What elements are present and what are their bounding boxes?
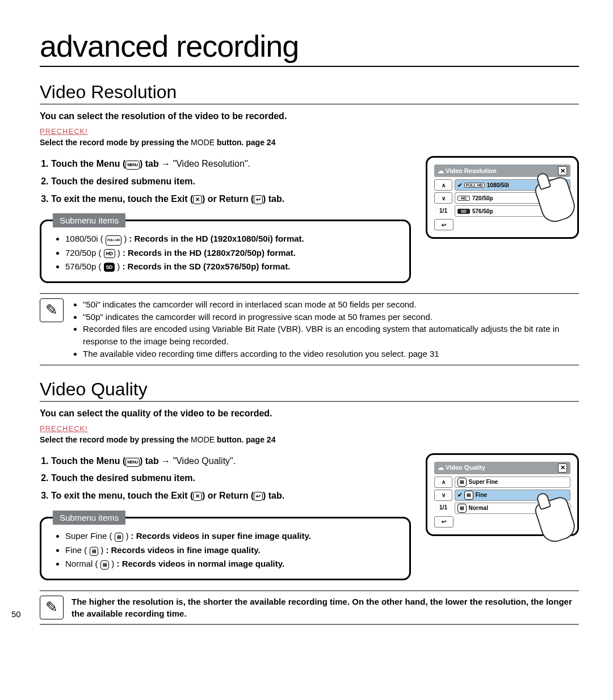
step-item: To exit the menu, touch the Exit () or R… <box>51 488 411 504</box>
quality-icon <box>464 491 473 500</box>
quality-icon <box>115 533 124 542</box>
step-item: Touch the desired submenu item. <box>51 174 411 190</box>
pager-label: 1/1 <box>434 503 452 513</box>
screen-header: ☁ Video Resolution ✕ <box>434 165 570 177</box>
page-title: advanced recording <box>40 28 579 67</box>
quality-icon <box>90 547 99 556</box>
check-icon: ✔ <box>457 182 462 188</box>
scroll-up-button[interactable]: ∧ <box>434 179 452 191</box>
steps-list: Touch the Menu (MENU) tab → "Video Resol… <box>40 156 411 207</box>
sd-icon <box>104 263 115 272</box>
screen-header: ☁ Video Quality ✕ <box>434 462 570 474</box>
screen-mock-video-resolution: ☁ Video Resolution ✕ ∧ ∨ 1/1 ✔ FULL HD 1… <box>426 156 579 239</box>
close-icon[interactable]: ✕ <box>558 463 567 473</box>
return-button[interactable]: ↩ <box>434 219 454 230</box>
precheck-label: PRECHECK! <box>40 127 579 136</box>
menu-icon: MENU <box>125 161 140 170</box>
note-item: Recorded files are encoded using Variabl… <box>83 323 579 348</box>
list-item[interactable]: Super Fine <box>455 476 570 488</box>
return-button[interactable]: ↩ <box>434 516 454 528</box>
pager-label: 1/1 <box>434 205 452 216</box>
quality-icon <box>457 478 467 487</box>
steps-list: Touch the Menu (MENU) tab → "Video Quali… <box>40 453 411 504</box>
menu-icon: MENU <box>125 458 140 467</box>
pencil-note-icon: ✎ <box>40 298 64 322</box>
submenu-label: Submenu items <box>53 511 125 525</box>
scroll-down-button[interactable]: ∨ <box>434 192 452 204</box>
page-number: 50 <box>11 609 21 619</box>
check-icon: ✔ <box>457 492 462 498</box>
precheck-label: PRECHECK! <box>40 424 579 433</box>
step-item: Touch the Menu (MENU) tab → "Video Quali… <box>51 453 411 470</box>
touch-hand-icon <box>533 495 578 545</box>
return-icon <box>254 195 263 204</box>
note-text: The higher the resolution is, the shorte… <box>72 596 579 619</box>
section-heading-video-quality: Video Quality <box>40 379 579 402</box>
submenu-label: Submenu items <box>53 213 125 227</box>
step-item: To exit the menu, touch the Exit () or R… <box>51 191 411 208</box>
pencil-note-icon: ✎ <box>40 596 64 619</box>
hd-icon <box>104 249 115 258</box>
note-box: ✎ "50i" indicates the camcorder will rec… <box>40 293 579 365</box>
scroll-down-button[interactable]: ∨ <box>434 490 452 501</box>
step-item: Touch the Menu (MENU) tab → "Video Resol… <box>51 156 411 172</box>
exit-icon <box>193 492 202 501</box>
section-intro: You can select the resolution of the vid… <box>40 111 579 121</box>
exit-icon <box>193 195 202 204</box>
quality-icon <box>100 560 110 570</box>
fullhd-icon: FULL HD <box>106 235 121 246</box>
submenu-item: 1080/50i ( FULL HD ) : Records in the HD… <box>65 233 397 246</box>
note-item: "50i" indicates the camcorder will recor… <box>83 298 579 311</box>
submenu-item: Fine ( ) : Records videos in fine image … <box>65 544 397 557</box>
close-icon[interactable]: ✕ <box>558 166 567 175</box>
precheck-text: Select the record mode by pressing the M… <box>40 138 579 147</box>
section-heading-video-resolution: Video Resolution <box>40 82 579 104</box>
note-item: "50p" indicates the camcorder will recor… <box>83 311 579 323</box>
touch-hand-icon <box>533 175 578 226</box>
submenu-item: 720/50p ( ) : Records in the HD (1280x72… <box>65 247 397 260</box>
scroll-up-button[interactable]: ∧ <box>434 476 452 488</box>
submenu-item: Normal ( ) : Records videos in normal im… <box>65 558 397 571</box>
section-intro: You can select the quality of the video … <box>40 408 579 419</box>
screen-mock-video-quality: ☁ Video Quality ✕ ∧ ∨ 1/1 Super Fine ✔ <box>426 453 579 536</box>
submenu-box: Submenu items Super Fine ( ) : Records v… <box>40 517 411 580</box>
precheck-text: Select the record mode by pressing the M… <box>40 435 579 444</box>
note-item: The available video recording time diffe… <box>83 348 579 360</box>
note-box: ✎ The higher the resolution is, the shor… <box>40 591 579 625</box>
quality-icon <box>457 504 467 513</box>
step-item: Touch the desired submenu item. <box>51 470 411 487</box>
submenu-item: 576/50p ( ) : Records in the SD (720x576… <box>65 260 397 273</box>
submenu-box: Submenu items 1080/50i ( FULL HD ) : Rec… <box>40 220 411 283</box>
return-icon <box>254 492 263 501</box>
submenu-item: Super Fine ( ) : Records videos in super… <box>65 530 397 543</box>
